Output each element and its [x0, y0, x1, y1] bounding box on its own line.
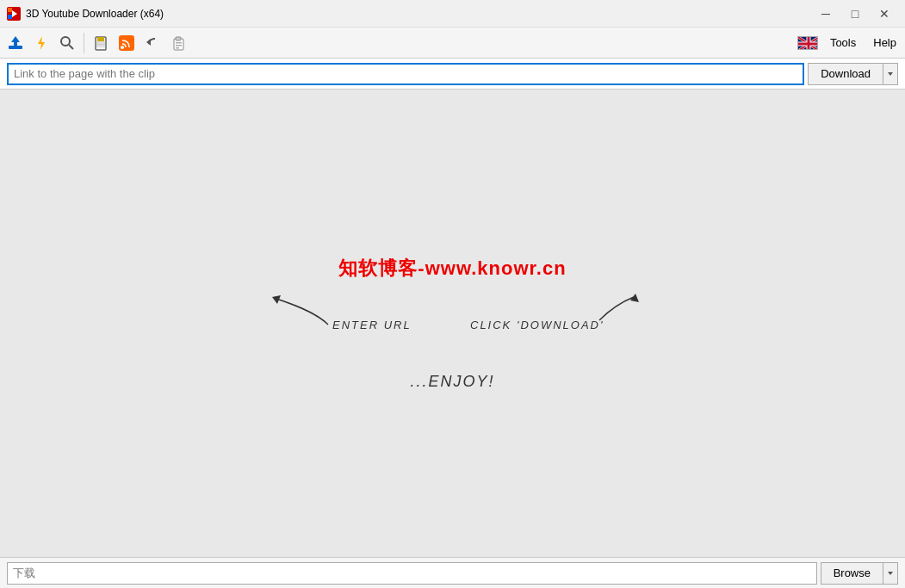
svg-line-8 [69, 45, 73, 49]
svg-point-14 [121, 46, 124, 49]
clipboard-button[interactable] [166, 31, 190, 55]
svg-text:ENTER URL: ENTER URL [332, 319, 412, 331]
language-flag[interactable] [797, 36, 818, 50]
app-title: 3D Youtube Downloader (x64) [26, 8, 812, 20]
window-controls: ─ □ ✕ [812, 5, 898, 22]
svg-rect-10 [97, 37, 104, 41]
browse-dropdown-button[interactable] [883, 562, 898, 585]
svg-marker-5 [11, 36, 20, 46]
back-button[interactable] [140, 31, 164, 55]
bottom-bar: Browse [0, 557, 905, 588]
help-menu[interactable]: Help [868, 33, 902, 53]
browse-button[interactable]: Browse [821, 562, 883, 585]
svg-rect-2 [8, 8, 12, 12]
browse-button-group: Browse [821, 562, 898, 585]
url-input[interactable] [7, 63, 804, 85]
svg-rect-17 [176, 37, 181, 40]
url-bar: Download [0, 59, 905, 90]
download-toolbar-button[interactable] [3, 31, 28, 55]
download-dropdown-button[interactable] [883, 63, 898, 85]
instruction-area: ENTER URL CLICK 'DOWNLOAD' ...ENJOY! [263, 290, 642, 391]
toolbar: Tools Help [0, 28, 905, 59]
flash-button[interactable] [29, 31, 53, 55]
search-button[interactable] [55, 31, 79, 55]
tools-menu[interactable]: Tools [825, 33, 861, 53]
svg-text:CLICK 'DOWNLOAD': CLICK 'DOWNLOAD' [470, 319, 604, 331]
toolbar-right: Tools Help [797, 33, 902, 53]
enjoy-text: ...ENJOY! [410, 373, 494, 391]
svg-rect-19 [176, 45, 182, 46]
title-bar: 3D Youtube Downloader (x64) ─ □ ✕ [0, 0, 905, 28]
svg-marker-6 [38, 36, 45, 50]
bookmark-button[interactable] [89, 31, 113, 55]
svg-rect-4 [9, 46, 22, 49]
svg-rect-20 [176, 47, 179, 49]
svg-marker-27 [888, 572, 893, 575]
instruction-steps: ENTER URL CLICK 'DOWNLOAD' [263, 290, 642, 359]
minimize-button[interactable]: ─ [812, 5, 840, 22]
svg-marker-15 [146, 39, 151, 46]
svg-rect-12 [96, 45, 106, 46]
rss-button[interactable] [115, 31, 139, 55]
download-button[interactable]: Download [808, 63, 883, 85]
svg-rect-18 [176, 42, 182, 44]
maximize-button[interactable]: □ [841, 5, 869, 22]
svg-point-7 [61, 37, 70, 46]
toolbar-separator-1 [84, 33, 84, 53]
watermark-text: 知软博客-www.knowr.cn [338, 256, 566, 282]
svg-rect-3 [8, 15, 12, 19]
app-icon [7, 7, 21, 21]
save-path-input[interactable] [7, 562, 817, 585]
main-content: 知软博客-www.knowr.cn ENTER URL CLICK 'DOWNL… [0, 90, 905, 557]
svg-marker-22 [888, 72, 893, 76]
close-button[interactable]: ✕ [871, 5, 898, 22]
download-button-group: Download [808, 63, 898, 85]
svg-rect-11 [96, 42, 106, 44]
